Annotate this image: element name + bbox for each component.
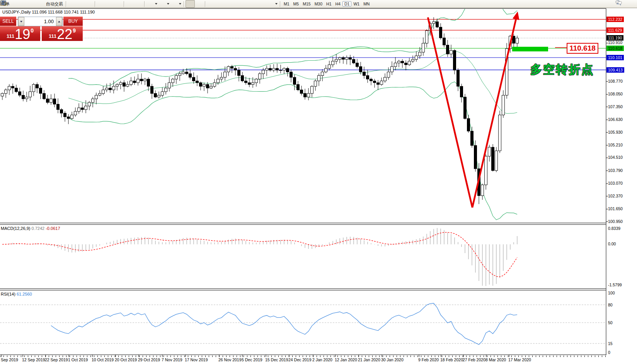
date-label: 18 Feb 2020 xyxy=(440,357,463,362)
date-label: 8 Mar 2020 xyxy=(485,357,506,362)
horizontal-line-icon[interactable] xyxy=(215,0,224,7)
main-toolbar: 订单 自动交易 E F A T xyxy=(0,0,637,8)
signals-icon[interactable] xyxy=(28,0,36,7)
price-tick-label: 108.770 xyxy=(608,79,623,83)
volume-stepper[interactable]: 1.00 xyxy=(18,17,63,26)
date-label: 27 Feb 2020 xyxy=(463,357,485,362)
tf-h4[interactable]: H4 xyxy=(334,1,342,7)
date-label: 5 Dec 2019 xyxy=(242,357,262,362)
toolbar-separator xyxy=(144,1,145,7)
price-tick-label: 104.510 xyxy=(608,155,623,160)
price-tick-label: 105.930 xyxy=(608,130,623,134)
rsi-value: 61.2560 xyxy=(17,292,32,296)
date-label: 17 Mar 2020 xyxy=(508,357,531,362)
date-label: 9 Feb 2020 xyxy=(418,357,439,362)
price-tick-label: 101.650 xyxy=(608,206,623,211)
periods-dropdown-caret[interactable] xyxy=(167,3,169,5)
cursor-icon[interactable] xyxy=(186,0,195,8)
trendline-icon[interactable] xyxy=(224,0,232,7)
sell-button[interactable]: SELL xyxy=(0,17,16,26)
line-chart-icon[interactable] xyxy=(85,0,93,7)
symbol-info: USDJPY-,Daily 111.096 111.668 110.741 11… xyxy=(2,10,95,14)
toolbar-separator xyxy=(184,1,184,7)
date-label: 29 Oct 2019 xyxy=(138,357,160,362)
arrows-icon[interactable] xyxy=(266,0,275,7)
new-order-icon[interactable] xyxy=(11,0,19,7)
price-tick-label: 103.790 xyxy=(608,168,623,173)
price-tick-label: 110.910 xyxy=(608,40,622,45)
mt4-window: 订单 自动交易 E F A T xyxy=(0,0,637,364)
tf-mn[interactable]: MN xyxy=(361,1,371,7)
price-tick-label: 108.050 xyxy=(608,92,623,96)
search-icon[interactable] xyxy=(615,0,624,7)
tf-m30[interactable]: M30 xyxy=(313,1,324,7)
arrows-dropdown-caret[interactable] xyxy=(275,3,278,5)
zoom-in-icon[interactable] xyxy=(97,0,105,7)
volume-increase-button[interactable] xyxy=(56,17,62,26)
macd-signal-value: -0.0617 xyxy=(46,226,60,231)
chat-icon[interactable] xyxy=(627,0,635,7)
price-line-label: 111.629 xyxy=(606,27,623,33)
periods-icon[interactable] xyxy=(158,0,167,7)
tf-m1[interactable]: M1 xyxy=(282,1,291,7)
autotrade-button[interactable]: 自动交易 xyxy=(45,1,64,7)
date-label: 24 Dec 2019 xyxy=(288,357,312,362)
tf-m15[interactable]: M15 xyxy=(301,1,312,7)
rsi-label: RSI(14) 61.2560 xyxy=(1,292,32,296)
vertical-line-icon[interactable] xyxy=(207,0,215,7)
indicators-icon[interactable] xyxy=(146,0,155,7)
sell-price-panel[interactable]: 111 19 0 xyxy=(0,26,40,41)
fibonacci-icon[interactable]: F xyxy=(241,0,249,7)
price-tick-label: 102.370 xyxy=(608,194,623,198)
turning-point-annotation[interactable]: 多空转折点 xyxy=(530,62,594,78)
buy-price-big: 22 xyxy=(57,28,72,41)
date-label: Sep 2019 xyxy=(1,357,18,362)
tf-d1[interactable]: D1 xyxy=(342,1,351,7)
tf-h1[interactable]: H1 xyxy=(324,1,333,7)
tf-w1[interactable]: W1 xyxy=(351,1,361,7)
price-tick-label: 105.210 xyxy=(608,143,623,147)
candle-chart-icon[interactable] xyxy=(76,0,85,7)
date-label: 2 Jan 2020 xyxy=(312,357,332,362)
buy-button[interactable]: BUY xyxy=(63,17,83,26)
new-order-button[interactable]: 订单 xyxy=(0,1,11,7)
tf-m5[interactable]: M5 xyxy=(291,1,301,7)
rsi-axis-label: 15 xyxy=(608,341,613,346)
rsi-axis-label: 0 xyxy=(608,350,610,355)
price-line-label: 111.190 xyxy=(606,35,623,41)
label-icon[interactable]: T xyxy=(258,0,266,7)
price-level-callout[interactable]: 110.618 xyxy=(567,43,598,54)
macd-name: MACD(12,26,9) xyxy=(1,226,30,231)
sell-price-big: 19 xyxy=(15,28,30,41)
buy-price-panel[interactable]: 111 22 9 xyxy=(42,26,83,41)
zoom-out-icon[interactable] xyxy=(105,0,114,7)
indicators-dropdown-caret[interactable] xyxy=(155,3,157,5)
templates-dropdown-caret[interactable] xyxy=(179,3,181,5)
toolbar-separator xyxy=(66,1,66,7)
date-label: 21 Jan 2020 xyxy=(358,357,380,362)
channel-icon[interactable]: E xyxy=(232,0,241,7)
tile-windows-icon[interactable] xyxy=(114,0,122,7)
templates-icon[interactable] xyxy=(170,0,179,7)
price-tick-label: 107.350 xyxy=(608,104,623,109)
bar-chart-icon[interactable] xyxy=(68,0,76,7)
date-label: 26 Nov 2019 xyxy=(218,357,242,362)
toolbar-separator xyxy=(95,1,95,7)
volume-value[interactable]: 1.00 xyxy=(24,17,56,26)
market-icon[interactable] xyxy=(36,0,45,7)
price-line-label: 112.232 xyxy=(606,17,624,22)
sell-price-base: 111 xyxy=(7,33,14,39)
crosshair-icon[interactable] xyxy=(195,0,203,7)
rsi-name: RSI(14) xyxy=(1,292,15,296)
date-label: 12 Jan 2020 xyxy=(335,357,357,362)
volume-decrease-button[interactable] xyxy=(18,17,24,26)
mql-community-icon[interactable] xyxy=(19,0,28,7)
text-icon[interactable]: A xyxy=(249,0,258,7)
macd-main-value: 0.7242 xyxy=(31,226,44,231)
date-label: 7 Nov 2019 xyxy=(162,357,182,362)
auto-scroll-icon[interactable] xyxy=(126,0,134,7)
price-tick-label: 100.950 xyxy=(608,219,623,224)
chart-shift-icon[interactable] xyxy=(134,0,143,7)
date-label: 17 Nov 2019 xyxy=(185,357,208,362)
macd-label: MACD(12,26,9) 0.7242 -0.0617 xyxy=(1,226,60,231)
